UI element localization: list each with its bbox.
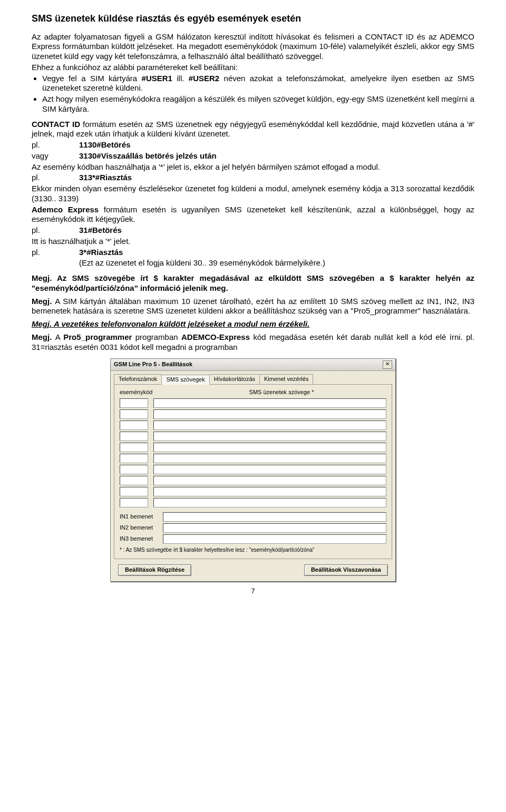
event-code-input[interactable] bbox=[120, 454, 148, 463]
sms-text-input[interactable] bbox=[153, 465, 386, 474]
example-line: vagy3130#Visszaállás betörés jelzés után bbox=[32, 151, 474, 161]
dialog-title: GSM Line Pro 5 - Beállítások bbox=[114, 361, 192, 368]
tab-sms-szovegek[interactable]: SMS szövegek bbox=[161, 375, 209, 385]
page-number: 7 bbox=[32, 587, 474, 595]
paragraph: Itt is használhatjuk a '*' jelet. bbox=[32, 237, 474, 247]
sms-text-input[interactable] bbox=[153, 409, 386, 419]
paragraph: Ekkor minden olyan esemény észlelésekor … bbox=[32, 184, 474, 204]
sms-text-input[interactable] bbox=[153, 476, 386, 485]
sms-text-input[interactable] bbox=[163, 523, 386, 533]
input-label: IN3 bemenet bbox=[120, 535, 158, 543]
sms-text-input[interactable] bbox=[163, 534, 386, 544]
sms-text-input[interactable] bbox=[153, 487, 386, 496]
tab-kimenet-vezerles[interactable]: Kimenet vezérlés bbox=[259, 374, 313, 384]
event-code-input[interactable] bbox=[120, 476, 148, 485]
note: Megj. A SIM kártyán általában maximum 10… bbox=[32, 297, 474, 317]
paragraph: (Ezt az üzenetet el fogja küldeni 30.. 3… bbox=[32, 258, 474, 268]
tab-hivaskorlatozas[interactable]: Híváskorlátozás bbox=[209, 374, 260, 384]
example-line: pl.313*#Riasztás bbox=[32, 173, 474, 183]
paragraph: Az adapter folyamatosan figyeli a GSM há… bbox=[32, 32, 474, 62]
paragraph: Ehhez a funkcióhoz az alábbi paraméterek… bbox=[32, 63, 474, 73]
example-line: pl.3*#Riasztás bbox=[32, 248, 474, 258]
sms-text-input[interactable] bbox=[163, 512, 386, 522]
settings-dialog: GSM Line Pro 5 - Beállítások ✕ Telefonsz… bbox=[110, 358, 396, 582]
input-label: IN1 bemenet bbox=[120, 513, 158, 521]
dialog-footnote: * : Az SMS szövegébe írt $ karakter hely… bbox=[120, 547, 386, 554]
list-item: Vegye fel a SIM kártyára #USER1 ill. #US… bbox=[42, 74, 474, 94]
cancel-button[interactable]: Beállítások Visszavonása bbox=[304, 564, 388, 576]
note: Megj. A Pro5_programmer programban ADEMC… bbox=[32, 332, 474, 353]
note: Megj. Az SMS szövegébe írt $ karakter me… bbox=[32, 273, 474, 294]
note-underlined: Megj. A vezetékes telefonvonalon küldött… bbox=[32, 319, 474, 329]
event-code-input[interactable] bbox=[120, 420, 148, 430]
event-code-input[interactable] bbox=[120, 487, 148, 496]
example-line: pl.31#Betörés bbox=[32, 226, 474, 236]
sms-text-input[interactable] bbox=[153, 443, 386, 452]
event-code-input[interactable] bbox=[120, 465, 148, 474]
close-icon[interactable]: ✕ bbox=[383, 360, 392, 369]
sms-text-input[interactable] bbox=[153, 432, 386, 441]
paragraph: Ademco Express formátum esetén is ugyani… bbox=[32, 205, 474, 225]
column-header: eseménykód bbox=[120, 389, 168, 396]
column-header: SMS üzenetek szövege * bbox=[177, 389, 386, 396]
save-button[interactable]: Beállítások Rögzítése bbox=[118, 564, 191, 576]
sms-text-input[interactable] bbox=[153, 454, 386, 463]
event-code-input[interactable] bbox=[120, 409, 148, 419]
example-line: pl.1130#Betörés bbox=[32, 140, 474, 150]
event-code-input[interactable] bbox=[120, 432, 148, 441]
tab-telefonszamok[interactable]: Telefonszámok bbox=[114, 374, 162, 384]
input-label: IN2 bemenet bbox=[120, 524, 158, 532]
event-code-input[interactable] bbox=[120, 398, 148, 408]
event-code-input[interactable] bbox=[120, 498, 148, 507]
page-title: SMS üzenetek küldése riasztás és egyéb e… bbox=[32, 13, 474, 25]
event-code-input[interactable] bbox=[120, 443, 148, 452]
sms-text-input[interactable] bbox=[153, 398, 386, 408]
sms-text-input[interactable] bbox=[153, 420, 386, 430]
sms-text-input[interactable] bbox=[153, 498, 386, 507]
list-item: Azt hogy milyen eseménykódokra reagáljon… bbox=[42, 94, 474, 114]
paragraph: Az esemény kódban használhatja a '*' jel… bbox=[32, 162, 474, 172]
paragraph: CONTACT ID formátum esetén az SMS üzenet… bbox=[32, 120, 474, 140]
